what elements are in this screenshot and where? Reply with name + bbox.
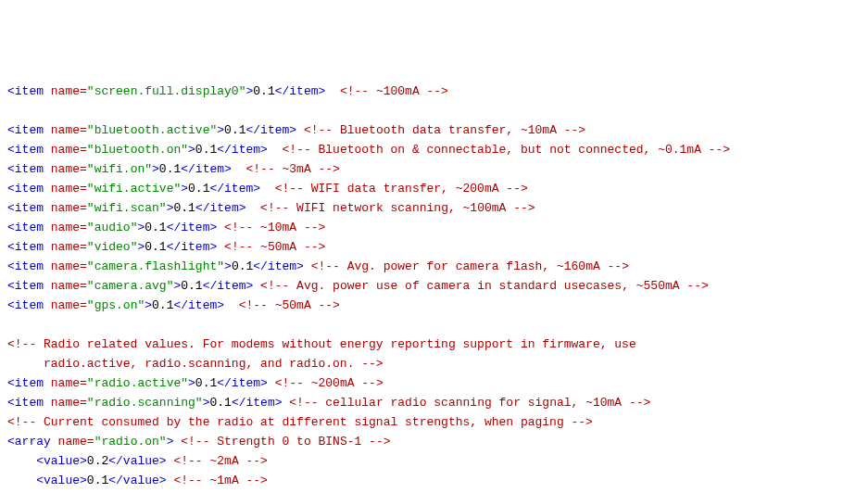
item-value: 0.1	[253, 84, 274, 98]
code-line: <item name="gps.on">0.1</item> <!-- ~50m…	[7, 296, 861, 315]
tag-close: </item>	[195, 201, 246, 215]
item-value: 0.1	[145, 240, 166, 254]
tag-close: </item>	[209, 182, 260, 196]
tag-open: <item	[7, 298, 44, 312]
comment: radio.active, radio.scanning, and radio.…	[7, 357, 384, 371]
comment: <!-- ~3mA -->	[245, 162, 339, 176]
tag-open: <item	[7, 376, 44, 390]
attr-value: "gps.on"	[87, 298, 145, 312]
tag-close: </item>	[245, 123, 296, 137]
tag-gt: >	[217, 123, 224, 137]
tag-close: </item>	[181, 162, 232, 176]
tag-close: </item>	[275, 84, 326, 98]
value-text: 0.1	[87, 474, 108, 487]
attr-name: name=	[44, 123, 87, 137]
item-value: 0.1	[209, 396, 231, 410]
tag-open: <item	[7, 240, 44, 254]
tag-close: </value>	[108, 474, 166, 487]
comment: <!-- WIFI data transfer, ~200mA -->	[275, 182, 528, 196]
code-line: <item name="video">0.1</item> <!-- ~50mA…	[7, 237, 861, 257]
code-line: <item name="bluetooth.on">0.1</item> <!-…	[7, 140, 861, 159]
code-line: <item name="camera.flashlight">0.1</item…	[7, 257, 861, 276]
comment: <!-- WIFI network scanning, ~100mA -->	[260, 201, 535, 215]
tag-close: </item>	[167, 221, 218, 234]
tag-gt: >	[181, 182, 188, 196]
comment: <!-- ~100mA -->	[340, 84, 448, 98]
tag-open: <value>	[36, 474, 87, 487]
tag-gt: >	[152, 162, 159, 176]
code-line: <item name="screen.full.display0">0.1</i…	[7, 82, 861, 101]
tag-open: <item	[7, 182, 44, 196]
code-line: <array name="radio.on"> <!-- Strength 0 …	[7, 432, 861, 451]
tag-close: </item>	[217, 143, 268, 157]
attr-name: name=	[44, 240, 87, 254]
attr-name: name=	[44, 221, 87, 234]
comment: <!-- Bluetooth on & connectable, but not…	[282, 143, 730, 157]
tag-close: </item>	[217, 376, 268, 390]
tag-open: <item	[7, 84, 44, 98]
attr-value: "camera.avg"	[87, 279, 174, 293]
code-line: <item name="radio.scanning">0.1</item> <…	[7, 393, 861, 412]
code-line: <item name="radio.active">0.1</item> <!-…	[7, 373, 861, 393]
attr-name: name=	[44, 201, 87, 215]
code-line: <value>0.2</value> <!-- ~2mA -->	[7, 451, 861, 471]
attr-name: name=	[44, 162, 87, 176]
attr-value: "bluetooth.active"	[87, 123, 217, 137]
attr-name: name=	[44, 182, 87, 196]
tag-close: </item>	[173, 298, 224, 312]
comment: <!-- Current consumed by the radio at di…	[7, 415, 593, 429]
tag-gt: >	[188, 376, 195, 390]
code-line: radio.active, radio.scanning, and radio.…	[7, 354, 861, 373]
comment: <!-- ~10mA -->	[224, 221, 325, 234]
item-value: 0.1	[173, 201, 195, 215]
tag-open: <item	[7, 259, 44, 273]
attr-value: "wifi.on"	[87, 162, 152, 176]
value-text: 0.2	[87, 454, 108, 468]
item-value: 0.1	[145, 221, 166, 234]
tag-gt: >	[224, 259, 232, 273]
tag-open: <value>	[36, 454, 87, 468]
tag-open: <item	[7, 143, 44, 157]
attr-value: "wifi.active"	[87, 182, 181, 196]
attr-name: name=	[44, 279, 87, 293]
item-value: 0.1	[232, 259, 253, 273]
comment: <!-- Bluetooth data transfer, ~10mA -->	[304, 123, 585, 137]
comment: <!-- Radio related values. For modems wi…	[7, 337, 636, 351]
comment: <!-- Avg. power for camera flash, ~160mA…	[311, 259, 629, 273]
tag-open: <item	[7, 162, 44, 176]
attr-value: "video"	[87, 240, 138, 254]
item-value: 0.1	[159, 162, 181, 176]
code-line: <!-- Current consumed by the radio at di…	[7, 412, 861, 432]
comment: <!-- ~50mA -->	[224, 240, 325, 254]
item-value: 0.1	[152, 298, 173, 312]
code-block: <item name="screen.full.display0">0.1</i…	[7, 82, 861, 493]
attr-name: name=	[44, 396, 87, 410]
attr-name: name=	[44, 259, 87, 273]
attr-value: "wifi.scan"	[87, 201, 167, 215]
attr-value: "radio.active"	[87, 376, 188, 390]
attr-value: "radio.scanning"	[87, 396, 203, 410]
comment: <!-- cellular radio scanning for signal,…	[289, 396, 650, 410]
tag-gt: >	[188, 143, 195, 157]
code-line: <item name="wifi.on">0.1</item> <!-- ~3m…	[7, 159, 861, 179]
tag-open: <item	[7, 221, 44, 234]
item-value: 0.1	[195, 143, 217, 157]
item-value: 0.1	[224, 123, 245, 137]
code-line: <item name="wifi.active">0.1</item> <!--…	[7, 179, 861, 198]
item-value: 0.1	[195, 376, 217, 390]
attr-value: "camera.flashlight"	[87, 259, 224, 273]
attr-name: name=	[44, 376, 87, 390]
attr-value: "bluetooth.on"	[87, 143, 188, 157]
attr-name: name=	[51, 435, 94, 449]
comment: <!-- Strength 0 to BINS-1 -->	[181, 435, 390, 449]
tag-gt: >	[167, 435, 174, 449]
tag-close: </item>	[253, 259, 304, 273]
tag-open: <array	[7, 435, 51, 449]
code-line: <item name="wifi.scan">0.1</item> <!-- W…	[7, 198, 861, 218]
attr-value: "screen.full.display0"	[87, 84, 246, 98]
tag-open: <item	[7, 201, 44, 215]
comment: <!-- ~2mA -->	[173, 454, 267, 468]
tag-gt: >	[145, 298, 152, 312]
comment: <!-- Avg. power use of camera in standar…	[260, 279, 709, 293]
code-line: <value>0.1</value> <!-- ~1mA -->	[7, 471, 861, 490]
